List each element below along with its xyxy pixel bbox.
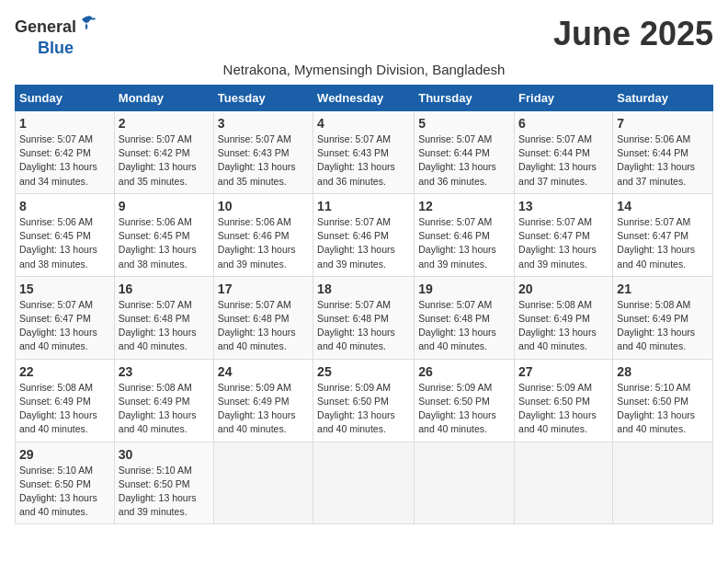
day-info: Sunrise: 5:07 AM Sunset: 6:43 PM Dayligh… (218, 132, 309, 189)
day-info: Sunrise: 5:10 AM Sunset: 6:50 PM Dayligh… (617, 381, 709, 437)
day-info: Sunrise: 5:07 AM Sunset: 6:47 PM Dayligh… (617, 215, 709, 271)
day-number: 10 (218, 199, 309, 213)
calendar-cell: 16Sunrise: 5:07 AM Sunset: 6:48 PM Dayli… (114, 276, 213, 359)
day-number: 30 (119, 447, 210, 462)
day-number: 3 (218, 116, 309, 131)
day-info: Sunrise: 5:10 AM Sunset: 6:50 PM Dayligh… (19, 464, 110, 520)
week-row-2: 8Sunrise: 5:06 AM Sunset: 6:45 PM Daylig… (16, 193, 713, 276)
day-info: Sunrise: 5:10 AM Sunset: 6:50 PM Dayligh… (119, 464, 210, 520)
header-sunday: Sunday (16, 86, 115, 111)
calendar-cell: 23Sunrise: 5:08 AM Sunset: 6:49 PM Dayli… (114, 359, 213, 442)
day-info: Sunrise: 5:09 AM Sunset: 6:50 PM Dayligh… (418, 381, 510, 437)
day-number: 8 (19, 199, 110, 213)
header-row: SundayMondayTuesdayWednesdayThursdayFrid… (16, 86, 713, 111)
calendar-cell: 30Sunrise: 5:10 AM Sunset: 6:50 PM Dayli… (114, 442, 213, 524)
header-saturday: Saturday (613, 86, 713, 111)
day-info: Sunrise: 5:09 AM Sunset: 6:50 PM Dayligh… (518, 381, 609, 437)
logo-blue: Blue (38, 39, 74, 58)
calendar-table: SundayMondayTuesdayWednesdayThursdayFrid… (15, 85, 713, 524)
day-info: Sunrise: 5:08 AM Sunset: 6:49 PM Dayligh… (617, 298, 709, 354)
header-friday: Friday (515, 86, 613, 111)
day-number: 15 (19, 282, 110, 296)
calendar-cell: 28Sunrise: 5:10 AM Sunset: 6:50 PM Dayli… (613, 359, 713, 442)
day-number: 14 (617, 199, 709, 213)
calendar-cell: 29Sunrise: 5:10 AM Sunset: 6:50 PM Dayli… (16, 442, 115, 524)
day-info: Sunrise: 5:07 AM Sunset: 6:48 PM Dayligh… (119, 298, 210, 354)
day-info: Sunrise: 5:07 AM Sunset: 6:48 PM Dayligh… (418, 298, 510, 354)
calendar-cell: 4Sunrise: 5:07 AM Sunset: 6:43 PM Daylig… (313, 111, 415, 194)
calendar-cell: 25Sunrise: 5:09 AM Sunset: 6:50 PM Dayli… (313, 359, 415, 442)
day-number: 13 (518, 199, 609, 213)
day-number: 6 (518, 116, 609, 131)
week-row-1: 1Sunrise: 5:07 AM Sunset: 6:42 PM Daylig… (16, 111, 713, 194)
calendar-cell (515, 442, 613, 524)
logo-general: General (15, 17, 76, 37)
day-info: Sunrise: 5:07 AM Sunset: 6:47 PM Dayligh… (518, 215, 609, 271)
day-number: 26 (418, 364, 510, 379)
header-tuesday: Tuesday (213, 86, 313, 111)
day-number: 9 (119, 199, 210, 213)
day-info: Sunrise: 5:07 AM Sunset: 6:46 PM Dayligh… (317, 215, 410, 271)
header-monday: Monday (114, 86, 213, 111)
day-info: Sunrise: 5:07 AM Sunset: 6:42 PM Dayligh… (19, 132, 110, 189)
day-number: 24 (218, 364, 309, 379)
week-row-3: 15Sunrise: 5:07 AM Sunset: 6:47 PM Dayli… (16, 276, 713, 359)
day-info: Sunrise: 5:06 AM Sunset: 6:45 PM Dayligh… (119, 215, 210, 271)
day-number: 20 (518, 282, 609, 296)
week-row-4: 22Sunrise: 5:08 AM Sunset: 6:49 PM Dayli… (16, 359, 713, 442)
day-info: Sunrise: 5:07 AM Sunset: 6:46 PM Dayligh… (418, 215, 510, 271)
day-info: Sunrise: 5:08 AM Sunset: 6:49 PM Dayligh… (119, 381, 210, 437)
calendar-cell: 8Sunrise: 5:06 AM Sunset: 6:45 PM Daylig… (16, 193, 115, 276)
day-number: 21 (617, 282, 709, 296)
week-row-5: 29Sunrise: 5:10 AM Sunset: 6:50 PM Dayli… (16, 442, 713, 524)
day-number: 22 (19, 364, 110, 379)
day-number: 16 (119, 282, 210, 296)
day-number: 7 (617, 116, 709, 131)
day-number: 25 (317, 364, 410, 379)
day-number: 19 (418, 282, 510, 296)
calendar-cell: 19Sunrise: 5:07 AM Sunset: 6:48 PM Dayli… (415, 276, 515, 359)
day-info: Sunrise: 5:09 AM Sunset: 6:49 PM Dayligh… (218, 381, 309, 437)
calendar-cell: 17Sunrise: 5:07 AM Sunset: 6:48 PM Dayli… (213, 276, 313, 359)
calendar-cell: 15Sunrise: 5:07 AM Sunset: 6:47 PM Dayli… (16, 276, 115, 359)
calendar-cell: 24Sunrise: 5:09 AM Sunset: 6:49 PM Dayli… (213, 359, 313, 442)
header-thursday: Thursday (415, 86, 515, 111)
calendar-cell: 10Sunrise: 5:06 AM Sunset: 6:46 PM Dayli… (213, 193, 313, 276)
day-info: Sunrise: 5:07 AM Sunset: 6:44 PM Dayligh… (418, 132, 510, 189)
calendar-cell: 21Sunrise: 5:08 AM Sunset: 6:49 PM Dayli… (613, 276, 713, 359)
calendar-cell: 14Sunrise: 5:07 AM Sunset: 6:47 PM Dayli… (613, 193, 713, 276)
day-info: Sunrise: 5:08 AM Sunset: 6:49 PM Dayligh… (19, 381, 110, 437)
calendar-cell: 9Sunrise: 5:06 AM Sunset: 6:45 PM Daylig… (114, 193, 213, 276)
calendar-cell: 18Sunrise: 5:07 AM Sunset: 6:48 PM Dayli… (313, 276, 415, 359)
day-info: Sunrise: 5:06 AM Sunset: 6:45 PM Dayligh… (19, 215, 110, 271)
day-info: Sunrise: 5:07 AM Sunset: 6:47 PM Dayligh… (19, 298, 110, 354)
day-info: Sunrise: 5:07 AM Sunset: 6:44 PM Dayligh… (518, 132, 609, 189)
day-number: 4 (317, 116, 410, 131)
calendar-cell (313, 442, 415, 524)
calendar-cell: 22Sunrise: 5:08 AM Sunset: 6:49 PM Dayli… (16, 359, 115, 442)
day-number: 17 (218, 282, 309, 296)
day-number: 11 (317, 199, 410, 213)
day-number: 23 (119, 364, 210, 379)
page: General Blue June 2025 Netrakona, Mymens… (0, 0, 728, 539)
day-info: Sunrise: 5:07 AM Sunset: 6:48 PM Dayligh… (317, 298, 410, 354)
calendar-cell (613, 442, 713, 524)
calendar-cell: 5Sunrise: 5:07 AM Sunset: 6:44 PM Daylig… (415, 111, 515, 194)
day-number: 18 (317, 282, 410, 296)
day-number: 5 (418, 116, 510, 131)
day-info: Sunrise: 5:06 AM Sunset: 6:46 PM Dayligh… (218, 215, 309, 271)
calendar-cell: 20Sunrise: 5:08 AM Sunset: 6:49 PM Dayli… (515, 276, 613, 359)
header-wednesday: Wednesday (313, 86, 415, 111)
calendar-cell: 27Sunrise: 5:09 AM Sunset: 6:50 PM Dayli… (515, 359, 613, 442)
calendar-cell: 13Sunrise: 5:07 AM Sunset: 6:47 PM Dayli… (515, 193, 613, 276)
day-number: 29 (19, 447, 110, 462)
subtitle: Netrakona, Mymensingh Division, Banglade… (15, 62, 713, 77)
logo: General Blue (15, 15, 97, 58)
logo-bird-icon (76, 13, 97, 33)
calendar-cell: 12Sunrise: 5:07 AM Sunset: 6:46 PM Dayli… (415, 193, 515, 276)
calendar-cell: 6Sunrise: 5:07 AM Sunset: 6:44 PM Daylig… (515, 111, 613, 194)
day-info: Sunrise: 5:06 AM Sunset: 6:44 PM Dayligh… (617, 132, 709, 189)
day-info: Sunrise: 5:07 AM Sunset: 6:42 PM Dayligh… (119, 132, 210, 189)
calendar-cell: 2Sunrise: 5:07 AM Sunset: 6:42 PM Daylig… (114, 111, 213, 194)
logo-content: General Blue (15, 15, 97, 58)
